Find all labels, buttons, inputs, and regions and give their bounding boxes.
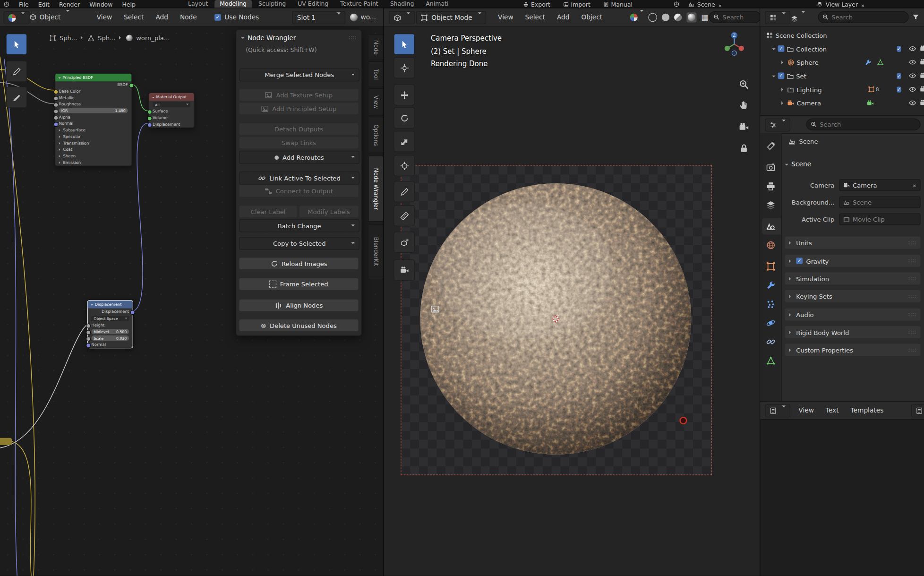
reload-images-button[interactable]: Reload Images (239, 258, 358, 269)
hide-eye-icon[interactable] (909, 86, 916, 93)
filter-icon[interactable] (912, 14, 919, 21)
expand-icon[interactable] (781, 87, 785, 91)
modify-labels-button[interactable]: Modify Labels (299, 206, 359, 217)
scale-value-field[interactable]: Scale0.030 (91, 335, 129, 341)
shading-solid-icon[interactable] (662, 13, 669, 21)
tab-uv-editing[interactable]: UV Editing (292, 0, 334, 8)
shading-material-icon[interactable] (674, 13, 682, 21)
socket-roughness[interactable] (53, 102, 58, 107)
exclude-checkbox[interactable] (897, 45, 901, 52)
node-wrangler-panel-header[interactable]: Node Wrangler (241, 33, 357, 43)
socket-base-color[interactable] (53, 89, 58, 94)
panel-simulation[interactable]: Simulation (785, 272, 921, 284)
render-camera-icon[interactable] (920, 86, 924, 93)
socket-disp-normal[interactable] (86, 343, 91, 347)
editor-type-button[interactable] (765, 404, 790, 417)
node-collapse-icon[interactable] (152, 96, 154, 99)
tool-links-cut[interactable] (6, 86, 27, 108)
scene-selector[interactable]: Scene (688, 0, 722, 8)
tab-animation[interactable]: Animati (420, 0, 454, 8)
hide-eye-icon[interactable] (909, 99, 916, 107)
mode-selector[interactable]: Object Mode (416, 11, 487, 24)
editor-type-button[interactable] (3, 11, 29, 24)
camera-data-icon[interactable] (867, 99, 874, 106)
viewport-menu-select[interactable]: Select (525, 13, 545, 21)
tab-object-data[interactable] (766, 356, 776, 365)
sidebar-tab-node[interactable]: Node (369, 34, 384, 60)
sidebar-tab-options[interactable]: Options (369, 117, 384, 153)
panel-keying-sets[interactable]: Keying Sets (785, 290, 921, 302)
midlevel-value-field[interactable]: Midlevel0.500 (91, 329, 129, 334)
node-collapse-icon[interactable] (91, 304, 93, 307)
socket-displacement-out[interactable] (130, 310, 135, 315)
outliner-row-scene-collection[interactable]: Scene Collection (760, 28, 924, 42)
delete-unused-nodes-button[interactable]: ⊗Delete Unused Nodes (239, 319, 358, 331)
tool-rotate[interactable] (394, 107, 415, 129)
tab-modeling[interactable]: Modeling (214, 0, 252, 8)
node-principled-bsdf[interactable]: Principled BSDF BSDF Base Color Metallic… (55, 73, 132, 166)
add-reroutes-menu[interactable]: Add Reroutes (239, 151, 359, 163)
hide-eye-icon[interactable] (909, 72, 916, 79)
hide-eye-icon[interactable] (909, 58, 916, 66)
shader-menu-view[interactable]: View (97, 13, 112, 21)
shader-menu-add[interactable]: Add (155, 13, 168, 21)
shading-dropdown[interactable] (630, 11, 644, 23)
tool-camera-view[interactable] (394, 259, 415, 281)
tool-add-cube[interactable] (394, 232, 415, 253)
socket-alpha[interactable] (53, 115, 58, 120)
output-target-menu[interactable]: All (153, 102, 190, 107)
swap-links-button[interactable]: Swap Links (239, 137, 358, 148)
tool-measure[interactable] (394, 205, 415, 226)
outliner-row-sphere[interactable]: Sphere (760, 55, 924, 69)
tab-constraints[interactable] (766, 337, 776, 347)
render-camera-icon[interactable] (920, 72, 924, 79)
use-nodes-toggle[interactable]: Use Nodes (214, 8, 259, 26)
expand-icon[interactable] (781, 101, 785, 104)
tool-select-box[interactable] (394, 34, 415, 55)
search-input[interactable] (722, 14, 756, 21)
outliner-row-set[interactable]: Set (760, 69, 924, 83)
import-button[interactable]: Import (563, 1, 590, 8)
search-input[interactable] (820, 121, 915, 128)
tab-output[interactable] (766, 181, 776, 191)
tab-modifiers[interactable] (766, 281, 776, 290)
section-transmission[interactable]: Transmission (55, 140, 131, 146)
outliner-row-collection[interactable]: Collection (760, 42, 924, 56)
pie-menu-icon[interactable] (674, 1, 679, 7)
active-clip-field[interactable]: Movie Clip (839, 214, 920, 225)
tab-texture-paint[interactable]: Texture Paint (335, 0, 384, 8)
viewport-menu-add[interactable]: Add (557, 13, 570, 21)
tool-select-box[interactable] (6, 34, 27, 55)
camera-view-icon[interactable] (739, 122, 749, 132)
ior-value-field[interactable]: IOR1.450 (59, 108, 128, 113)
socket-ior[interactable] (53, 109, 58, 113)
navigation-gizmo[interactable]: Z (721, 31, 748, 58)
scene-panel-header[interactable]: Scene (785, 160, 812, 168)
displacement-space-menu[interactable]: Object Space (91, 316, 129, 321)
manual-button[interactable]: Manual (603, 1, 633, 8)
tab-sculpting[interactable]: Sculpting (253, 0, 291, 8)
merge-selected-nodes-menu[interactable]: Merge Selected Nodes (239, 69, 359, 81)
menu-edit[interactable]: Edit (38, 1, 50, 8)
copy-to-selected-menu[interactable]: Copy to Selected (239, 237, 359, 249)
render-camera-icon[interactable] (920, 99, 924, 107)
app-logo-icon[interactable] (3, 1, 9, 7)
socket-displacement-in[interactable] (147, 122, 152, 127)
panel-units[interactable]: Units (785, 236, 921, 249)
pan-hand-icon[interactable] (739, 100, 749, 110)
collection-checkbox[interactable] (778, 72, 785, 79)
text-menu-view[interactable]: View (798, 406, 814, 414)
panel-grip-icon[interactable] (349, 35, 357, 41)
node-displacement[interactable]: Displacement Displacement Object Space H… (87, 300, 133, 348)
expand-icon[interactable] (781, 60, 785, 64)
use-nodes-checkbox[interactable] (214, 14, 221, 20)
tab-particles[interactable] (766, 300, 776, 309)
section-emission[interactable]: Emission (55, 159, 131, 166)
scene-camera-field[interactable]: Camera (839, 179, 920, 191)
exclude-checkbox[interactable] (897, 72, 901, 79)
socket-bsdf-out[interactable] (129, 83, 134, 87)
tab-layout[interactable]: Layout (183, 0, 214, 8)
render-camera-icon[interactable] (920, 58, 924, 66)
sidebar-tab-node-wrangler[interactable]: Node Wrangler (369, 155, 384, 222)
sidebar-tab-blenderkit[interactable]: BlenderKit (369, 224, 384, 279)
